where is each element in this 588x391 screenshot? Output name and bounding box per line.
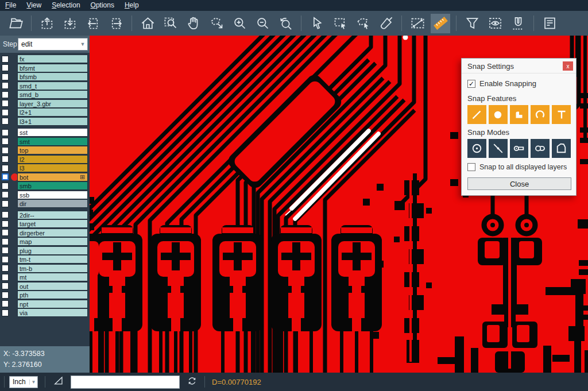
snap-mode-center-button[interactable] bbox=[467, 139, 486, 158]
menu-help[interactable]: Help bbox=[119, 0, 144, 11]
layer-name[interactable]: smd_t bbox=[17, 82, 88, 90]
filter-button[interactable] bbox=[462, 14, 482, 33]
layer-name[interactable]: via bbox=[17, 308, 88, 317]
snap-magnet-button[interactable] bbox=[508, 14, 528, 33]
layer-name[interactable]: l2 bbox=[17, 155, 88, 164]
layer-visibility-checkbox[interactable] bbox=[2, 56, 9, 63]
snap-feature-text-button[interactable] bbox=[552, 105, 571, 124]
layer-name[interactable]: npt bbox=[17, 300, 88, 308]
box-arrow-down-button[interactable] bbox=[60, 14, 80, 33]
layer-visibility-checkbox[interactable] bbox=[2, 191, 9, 198]
layer-visibility-checkbox[interactable] bbox=[2, 229, 9, 236]
layer-name[interactable]: smt bbox=[17, 137, 88, 146]
layer-visibility-checkbox[interactable] bbox=[2, 118, 9, 125]
box-arrow-right-button[interactable] bbox=[106, 14, 126, 33]
snap-mode-slot-b-button[interactable] bbox=[531, 139, 550, 158]
zoom-in-button[interactable] bbox=[230, 14, 249, 33]
box-arrow-up-button[interactable] bbox=[37, 14, 57, 33]
layer-visibility-checkbox[interactable] bbox=[2, 82, 9, 89]
layer-name[interactable]: l3+1 bbox=[17, 117, 88, 126]
layer-name[interactable]: bot⊞ bbox=[17, 173, 88, 181]
layer-visibility-checkbox[interactable] bbox=[2, 147, 9, 154]
layer-name[interactable]: out bbox=[17, 282, 88, 291]
measure-line-button[interactable] bbox=[408, 14, 427, 33]
layer-name[interactable]: mt bbox=[17, 273, 88, 281]
dialog-title-bar[interactable]: Snap Settings x bbox=[462, 59, 576, 73]
layer-name[interactable]: l2+1 bbox=[17, 108, 88, 117]
layer-visibility-checkbox[interactable] bbox=[2, 73, 9, 80]
layer-visibility-checkbox[interactable] bbox=[2, 211, 9, 218]
layer-name[interactable]: smd_b bbox=[17, 90, 88, 99]
zoom-out-button[interactable] bbox=[253, 14, 272, 33]
snap-mode-slot-a-button[interactable] bbox=[510, 139, 529, 158]
close-button[interactable]: Close bbox=[467, 177, 571, 190]
layer-name[interactable]: dirgerber bbox=[17, 229, 88, 237]
snap-feature-circle-button[interactable] bbox=[489, 105, 508, 124]
layer-name[interactable]: layer_3.gbr bbox=[17, 99, 88, 108]
layer-name[interactable]: plug bbox=[17, 246, 88, 255]
layer-visibility-checkbox[interactable] bbox=[2, 256, 9, 263]
snap-mode-midpoint-button[interactable] bbox=[489, 139, 508, 158]
layer-name[interactable]: bfsmb bbox=[17, 72, 88, 81]
home-button[interactable] bbox=[138, 14, 157, 33]
layer-name[interactable]: map bbox=[17, 237, 88, 246]
layer-visibility-checkbox[interactable] bbox=[2, 274, 9, 281]
layer-name[interactable]: target bbox=[17, 219, 88, 228]
close-icon[interactable]: x bbox=[563, 61, 573, 71]
angle-measure-icon[interactable] bbox=[52, 374, 65, 389]
layer-grid-icon[interactable]: ⊞ bbox=[80, 174, 86, 180]
menu-selection[interactable]: Selection bbox=[47, 0, 85, 11]
layer-visibility-checkbox[interactable] bbox=[2, 109, 9, 116]
sync-icon[interactable] bbox=[187, 375, 198, 389]
box-arrow-left-button[interactable] bbox=[83, 14, 103, 33]
zoom-previous-button[interactable] bbox=[276, 14, 295, 33]
select-window-button[interactable] bbox=[330, 14, 350, 33]
layer-name[interactable]: fx bbox=[17, 55, 88, 63]
layer-name[interactable]: bfsmt bbox=[17, 64, 88, 72]
command-input[interactable] bbox=[71, 375, 180, 389]
notes-form-button[interactable] bbox=[540, 14, 559, 33]
layer-visibility-checkbox[interactable] bbox=[2, 138, 9, 145]
ruler-button[interactable] bbox=[431, 14, 450, 33]
snap-feature-line-button[interactable] bbox=[467, 105, 486, 124]
layer-visibility-checkbox[interactable] bbox=[2, 309, 9, 316]
all-layers-checkbox[interactable] bbox=[467, 163, 475, 171]
folder-open-button[interactable] bbox=[6, 14, 25, 33]
zoom-window-button[interactable] bbox=[161, 14, 180, 33]
menu-options[interactable]: Options bbox=[86, 0, 119, 11]
select-polygon-button[interactable] bbox=[353, 14, 373, 33]
pointer-button[interactable] bbox=[307, 14, 327, 33]
layer-name[interactable]: tm-t bbox=[17, 255, 88, 264]
snap-mode-outline-button[interactable] bbox=[552, 139, 571, 158]
menu-file[interactable]: File bbox=[0, 0, 21, 11]
layer-name[interactable]: sst bbox=[17, 128, 88, 137]
layer-visibility-checkbox[interactable] bbox=[2, 200, 9, 207]
unit-select[interactable]: Inch ▼ bbox=[9, 376, 38, 388]
layer-visibility-checkbox[interactable] bbox=[2, 173, 9, 180]
view-visibility-button[interactable] bbox=[485, 14, 505, 33]
layer-visibility-checkbox[interactable] bbox=[2, 238, 9, 245]
snap-feature-arc-button[interactable] bbox=[531, 105, 550, 124]
layer-visibility-checkbox[interactable] bbox=[2, 282, 9, 289]
layer-name[interactable]: l3 bbox=[17, 164, 88, 172]
layer-name[interactable]: ssb bbox=[17, 191, 88, 199]
brush-button[interactable] bbox=[376, 14, 396, 33]
layer-visibility-checkbox[interactable] bbox=[2, 183, 9, 189]
layer-visibility-checkbox[interactable] bbox=[2, 300, 9, 307]
layer-name[interactable]: pth bbox=[17, 291, 88, 299]
layer-name[interactable]: smb bbox=[17, 181, 88, 190]
layer-visibility-checkbox[interactable] bbox=[2, 292, 9, 299]
zoom-object-button[interactable] bbox=[207, 14, 226, 33]
snap-feature-pad-corner-button[interactable] bbox=[510, 105, 529, 124]
layer-visibility-checkbox[interactable] bbox=[2, 265, 9, 272]
layer-visibility-checkbox[interactable] bbox=[2, 100, 9, 107]
layer-name[interactable]: dir bbox=[17, 199, 88, 208]
layer-visibility-checkbox[interactable] bbox=[2, 129, 9, 136]
layer-visibility-checkbox[interactable] bbox=[2, 91, 9, 98]
layer-name[interactable]: 2dir-- bbox=[17, 211, 88, 219]
enable-snapping-checkbox[interactable]: ✓ bbox=[467, 80, 475, 88]
menu-view[interactable]: View bbox=[21, 0, 47, 11]
layer-visibility-checkbox[interactable] bbox=[2, 220, 9, 227]
layer-name[interactable]: top bbox=[17, 146, 88, 154]
layer-visibility-checkbox[interactable] bbox=[2, 247, 9, 254]
